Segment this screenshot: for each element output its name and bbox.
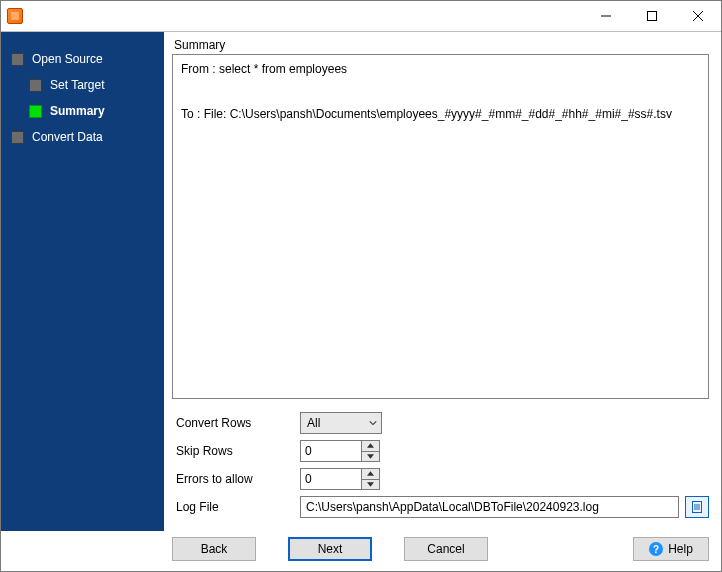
chevron-down-icon xyxy=(369,419,377,427)
wizard-window: Open Source Set Target Summary Convert D… xyxy=(0,0,722,572)
titlebar xyxy=(1,1,721,31)
options-form: Convert Rows All Skip Rows xyxy=(172,409,709,521)
document-icon xyxy=(690,500,704,514)
back-button[interactable]: Back xyxy=(172,537,256,561)
errors-input[interactable] xyxy=(301,469,361,489)
summary-to-line: To : File: C:\Users\pansh\Documents\empl… xyxy=(181,106,700,123)
browse-log-button[interactable] xyxy=(685,496,709,518)
step-convert-data[interactable]: Convert Data xyxy=(1,124,164,150)
log-file-input[interactable] xyxy=(300,496,679,518)
step-set-target[interactable]: Set Target xyxy=(1,72,164,98)
skip-rows-input[interactable] xyxy=(301,441,361,461)
cancel-button[interactable]: Cancel xyxy=(404,537,488,561)
app-icon xyxy=(7,8,23,24)
summary-from-line: From : select * from employees xyxy=(181,61,700,78)
main-panel: Summary From : select * from employees T… xyxy=(164,32,721,531)
wizard-steps-sidebar: Open Source Set Target Summary Convert D… xyxy=(1,32,164,531)
next-button[interactable]: Next xyxy=(288,537,372,561)
maximize-button[interactable] xyxy=(629,1,675,31)
errors-up[interactable] xyxy=(362,469,379,480)
convert-rows-label: Convert Rows xyxy=(172,416,300,430)
log-file-label: Log File xyxy=(172,500,300,514)
skip-rows-spinner[interactable] xyxy=(300,440,380,462)
minimize-button[interactable] xyxy=(583,1,629,31)
step-summary[interactable]: Summary xyxy=(1,98,164,124)
wizard-button-row: Back Next Cancel ? Help xyxy=(1,531,721,571)
errors-label: Errors to allow xyxy=(172,472,300,486)
svg-rect-0 xyxy=(648,12,657,21)
errors-down[interactable] xyxy=(362,480,379,490)
skip-rows-label: Skip Rows xyxy=(172,444,300,458)
summary-heading: Summary xyxy=(174,38,709,52)
summary-textarea[interactable]: From : select * from employees To : File… xyxy=(172,54,709,399)
convert-rows-select[interactable]: All xyxy=(300,412,382,434)
errors-spinner[interactable] xyxy=(300,468,380,490)
step-open-source[interactable]: Open Source xyxy=(1,46,164,72)
help-icon: ? xyxy=(649,542,663,556)
skip-rows-down[interactable] xyxy=(362,452,379,462)
help-button[interactable]: ? Help xyxy=(633,537,709,561)
skip-rows-up[interactable] xyxy=(362,441,379,452)
close-button[interactable] xyxy=(675,1,721,31)
